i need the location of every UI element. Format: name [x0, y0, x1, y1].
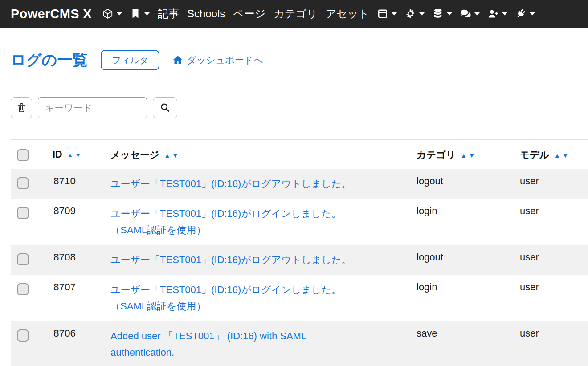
- log-message-link[interactable]: ユーザー「TEST001」(ID:16)がログアウトしました。: [110, 252, 374, 268]
- log-id: 8706: [36, 321, 98, 366]
- app-logo[interactable]: PowerCMS X: [11, 7, 92, 21]
- nav-item-cube[interactable]: [102, 8, 122, 19]
- column-label: モデル: [520, 150, 549, 160]
- log-id: 8708: [36, 245, 98, 275]
- log-category: save: [392, 321, 495, 366]
- table-row: 8708 ユーザー「TEST001」(ID:16)がログアウトしました。 log…: [11, 245, 588, 275]
- caret-down-icon: [392, 12, 397, 16]
- nav-item-gear[interactable]: [405, 8, 425, 19]
- delete-button[interactable]: [11, 97, 32, 118]
- log-message-link[interactable]: ユーザー「TEST001」(ID:16)がログアウトしました。: [110, 175, 374, 192]
- log-category: login: [392, 199, 495, 245]
- row-checkbox[interactable]: [17, 253, 29, 265]
- log-category: logout: [392, 169, 495, 199]
- table-row: 8709 ユーザー「TEST001」(ID:16)がログインしました。（SAML…: [11, 199, 588, 245]
- nav-item-label: Schools: [187, 8, 225, 20]
- caret-down-icon: [474, 12, 480, 16]
- bookmark-icon: [130, 8, 141, 19]
- table-row: 8707 ユーザー「TEST001」(ID:16)がログインしました。（SAML…: [11, 275, 588, 321]
- search-icon: [160, 102, 170, 113]
- log-model: user: [495, 169, 588, 199]
- column-header-message[interactable]: メッセージ▲▼: [98, 140, 392, 169]
- nav-item-user-plus[interactable]: [488, 8, 507, 19]
- column-label: カテゴリ: [416, 150, 456, 160]
- search-toolbar: [11, 97, 588, 118]
- filter-button[interactable]: フィルタ: [101, 50, 159, 70]
- column-label: ID: [53, 149, 62, 160]
- dashboard-link[interactable]: ダッシュボードへ: [173, 54, 263, 66]
- nav-item-label: カテゴリ: [274, 7, 317, 21]
- nav-item-アセット[interactable]: アセット: [326, 7, 369, 21]
- log-model: user: [495, 275, 588, 321]
- row-checkbox[interactable]: [17, 283, 29, 295]
- log-id: 8710: [36, 169, 98, 199]
- nav-item-ページ[interactable]: ページ: [233, 7, 265, 21]
- row-checkbox[interactable]: [17, 177, 29, 189]
- column-header-category[interactable]: カテゴリ▲▼: [392, 140, 495, 169]
- page-title: ログの一覧: [11, 51, 87, 69]
- log-model: user: [495, 199, 588, 245]
- navbar-menu: 記事Schoolsページカテゴリアセット: [102, 7, 535, 21]
- log-table-body: 8710 ユーザー「TEST001」(ID:16)がログアウトしました。 log…: [11, 169, 588, 366]
- sort-desc-icon[interactable]: ▼: [562, 152, 568, 159]
- sort-asc-icon[interactable]: ▲: [67, 152, 74, 158]
- sort-asc-icon[interactable]: ▲: [164, 152, 171, 159]
- cube-icon: [102, 8, 113, 19]
- nav-item-database[interactable]: [433, 8, 452, 19]
- sort-asc-icon[interactable]: ▲: [554, 152, 560, 159]
- column-header-model[interactable]: モデル▲▼: [495, 140, 588, 169]
- dashboard-link-label: ダッシュボードへ: [187, 54, 263, 66]
- table-row: 8706 Added user 「TEST001」 (ID:16) with S…: [11, 321, 588, 366]
- log-message-link[interactable]: ユーザー「TEST001」(ID:16)がログインしました。（SAML認証を使用…: [110, 205, 374, 238]
- database-icon: [433, 8, 443, 19]
- caret-down-icon: [117, 12, 122, 16]
- column-label: メッセージ: [110, 150, 159, 160]
- caret-down-icon: [419, 12, 425, 16]
- select-all-checkbox[interactable]: [17, 149, 29, 161]
- log-id: 8709: [36, 199, 98, 245]
- nav-item-plug[interactable]: [515, 8, 535, 19]
- nav-item-label: アセット: [326, 7, 369, 21]
- log-id: 8707: [36, 275, 98, 321]
- keyword-input[interactable]: [38, 97, 147, 118]
- table-header-row: ID▲▼ メッセージ▲▼ カテゴリ▲▼ モデル▲▼: [11, 140, 588, 169]
- nav-item-comments[interactable]: [460, 8, 480, 19]
- nav-item-Schools[interactable]: Schools: [187, 8, 225, 20]
- caret-down-icon: [144, 12, 150, 16]
- user-plus-icon: [488, 8, 498, 19]
- row-checkbox[interactable]: [17, 207, 29, 219]
- caret-down-icon: [502, 12, 507, 16]
- nav-item-カテゴリ[interactable]: カテゴリ: [274, 7, 317, 21]
- log-model: user: [495, 321, 588, 366]
- column-header-id[interactable]: ID▲▼: [36, 140, 98, 169]
- window-icon: [377, 8, 388, 19]
- gear-icon: [405, 8, 416, 19]
- nav-item-記事[interactable]: 記事: [158, 7, 179, 21]
- log-category: logout: [392, 245, 495, 275]
- log-category: login: [392, 275, 495, 321]
- trash-icon: [16, 102, 27, 113]
- sort-asc-icon[interactable]: ▲: [461, 152, 467, 159]
- comments-icon: [460, 8, 471, 19]
- nav-item-bookmark[interactable]: [130, 8, 150, 19]
- caret-down-icon: [447, 12, 452, 16]
- top-navbar: PowerCMS X 記事Schoolsページカテゴリアセット: [0, 0, 588, 28]
- log-message-link[interactable]: ユーザー「TEST001」(ID:16)がログインしました。（SAML認証を使用…: [110, 281, 374, 314]
- nav-item-label: ページ: [233, 7, 265, 21]
- table-row: 8710 ユーザー「TEST001」(ID:16)がログアウトしました。 log…: [11, 169, 588, 199]
- nav-item-window[interactable]: [377, 8, 397, 19]
- search-button[interactable]: [153, 97, 177, 118]
- sort-desc-icon[interactable]: ▼: [469, 152, 475, 159]
- caret-down-icon: [530, 12, 535, 16]
- log-message-link[interactable]: Added user 「TEST001」 (ID:16) with SAMLau…: [110, 328, 374, 361]
- plug-icon: [515, 8, 526, 19]
- row-checkbox[interactable]: [17, 329, 29, 342]
- home-icon: [173, 55, 183, 65]
- log-table: ID▲▼ メッセージ▲▼ カテゴリ▲▼ モデル▲▼ 8710 ユーザー「TEST…: [11, 139, 588, 366]
- sort-desc-icon[interactable]: ▼: [172, 152, 178, 159]
- nav-item-label: 記事: [158, 7, 179, 21]
- page-header: ログの一覧 フィルタ ダッシュボードへ: [11, 49, 588, 71]
- log-model: user: [495, 245, 588, 275]
- sort-desc-icon[interactable]: ▼: [75, 152, 81, 158]
